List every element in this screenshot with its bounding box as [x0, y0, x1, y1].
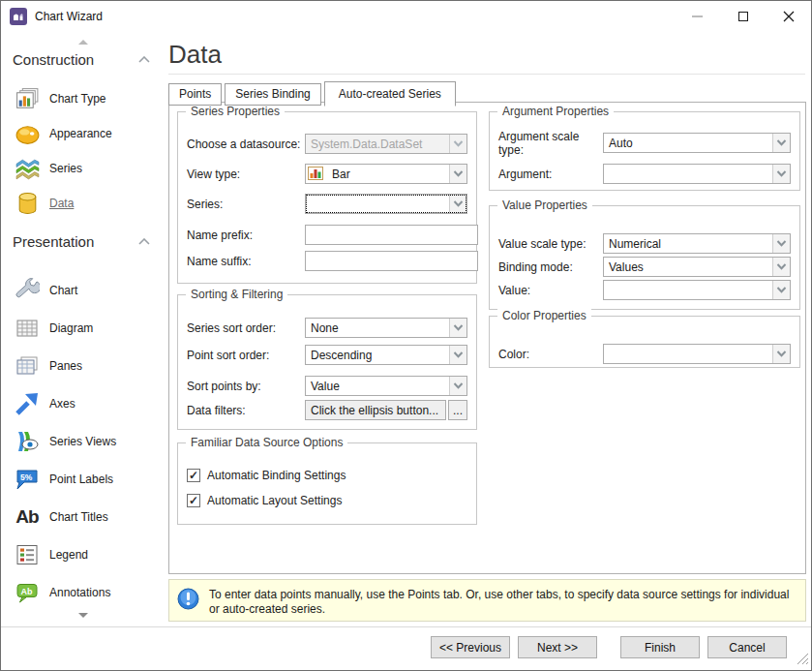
sidebar-item-chart-type[interactable]: Chart Type — [1, 81, 165, 116]
tab-points[interactable]: Points — [168, 83, 222, 106]
sidebar-item-legend[interactable]: Legend — [1, 535, 165, 573]
sort-points-by-label: Sort points by: — [187, 380, 305, 393]
window-title: Chart Wizard — [35, 10, 103, 23]
appearance-icon — [14, 120, 41, 147]
next-button[interactable]: Next >> — [518, 636, 597, 658]
axes-icon — [14, 390, 41, 417]
dropdown-arrow-icon[interactable] — [449, 165, 466, 183]
data-filters-label: Data filters: — [187, 404, 305, 417]
automatic-layout-settings-checkbox[interactable]: ✓ Automatic Layout Settings — [187, 493, 467, 508]
dropdown-arrow-icon[interactable] — [772, 345, 790, 363]
argument-combo[interactable] — [603, 164, 791, 184]
annotations-icon: Ab — [14, 579, 41, 606]
sidebar-item-point-labels[interactable]: 5% Point Labels — [1, 460, 165, 498]
group-argument-properties: Argument Properties Argument scale type:… — [489, 111, 800, 191]
series-combo[interactable] — [305, 194, 467, 214]
close-icon — [783, 11, 795, 22]
ellipsis-button[interactable]: ... — [448, 400, 467, 420]
sidebar-item-appearance[interactable]: Appearance — [1, 116, 165, 151]
value-combo[interactable] — [603, 280, 791, 300]
dropdown-arrow-icon[interactable] — [449, 195, 466, 213]
dropdown-arrow-icon[interactable] — [449, 135, 466, 153]
sidebar-item-chart[interactable]: Chart — [1, 271, 165, 309]
name-suffix-input[interactable] — [305, 251, 478, 271]
series-sort-order-combo[interactable]: None — [305, 318, 467, 338]
dropdown-arrow-icon[interactable] — [772, 258, 790, 276]
section-header-presentation[interactable]: Presentation — [1, 232, 165, 250]
point-labels-icon: 5% — [14, 466, 41, 493]
automatic-binding-settings-checkbox[interactable]: ✓ Automatic Binding Settings — [187, 468, 467, 483]
sidebar-item-data[interactable]: Data — [1, 186, 165, 221]
chart-type-icon — [14, 85, 41, 112]
maximize-icon — [738, 12, 748, 21]
wrench-icon — [14, 277, 41, 304]
binding-mode-combo[interactable]: Values — [603, 257, 791, 277]
sidebar-item-annotations[interactable]: Ab Annotations — [1, 573, 165, 611]
dropdown-arrow-icon[interactable] — [772, 134, 790, 152]
bar-chart-icon — [308, 167, 327, 182]
footer: << Previous Next >> Finish Cancel — [1, 636, 811, 658]
point-sort-order-combo[interactable]: Descending — [305, 345, 467, 365]
group-sorting-filtering: Sorting & Filtering Series sort order: N… — [177, 294, 477, 430]
close-button[interactable] — [766, 1, 811, 32]
dropdown-arrow-icon[interactable] — [449, 319, 466, 337]
series-views-icon — [14, 428, 41, 455]
minimize-button[interactable] — [675, 1, 720, 32]
diagram-icon — [14, 315, 41, 342]
cancel-button[interactable]: Cancel — [707, 636, 787, 658]
dropdown-arrow-icon[interactable] — [772, 165, 790, 183]
value-label: Value: — [498, 284, 603, 297]
chevron-up-icon[interactable] — [138, 56, 150, 63]
info-bar: To enter data points manually, use the P… — [168, 579, 806, 622]
sidebar-item-series-views[interactable]: Series Views — [1, 422, 165, 460]
argument-scale-type-combo[interactable]: Auto — [603, 133, 791, 153]
tab-strip: Points Series Binding Auto-created Serie… — [168, 81, 459, 106]
svg-text:5%: 5% — [20, 472, 33, 481]
dropdown-arrow-icon[interactable] — [772, 234, 790, 253]
tab-series-binding[interactable]: Series Binding — [225, 83, 320, 106]
sidebar-item-diagram[interactable]: Diagram — [1, 309, 165, 347]
sidebar-item-panes[interactable]: Panes — [1, 347, 165, 384]
tab-page-auto-created-series: Series Properties Choose a datasource: S… — [168, 102, 806, 574]
view-type-combo[interactable]: Bar — [305, 164, 467, 184]
data-filters-field[interactable]: Click the ellipsis button... — [305, 400, 446, 420]
chart-titles-icon: Ab — [14, 503, 41, 531]
resize-grip[interactable] — [797, 653, 809, 668]
window-controls — [675, 1, 811, 32]
section-header-construction[interactable]: Construction — [1, 50, 165, 68]
group-value-properties: Value Properties Value scale type: Numer… — [489, 205, 800, 310]
wizard-sidebar: Construction Chart Type Appearance Serie… — [1, 32, 165, 625]
scroll-up-icon[interactable] — [78, 40, 88, 45]
svg-text:Ab: Ab — [21, 586, 33, 595]
sidebar-item-chart-titles[interactable]: Ab Chart Titles — [1, 498, 165, 535]
titlebar: Chart Wizard — [1, 1, 811, 32]
maximize-button[interactable] — [720, 1, 766, 32]
name-suffix-label: Name suffix: — [187, 255, 305, 268]
series-sort-order-label: Series sort order: — [187, 321, 305, 335]
footer-divider — [1, 626, 811, 627]
checkbox-checked-icon[interactable]: ✓ — [187, 494, 200, 507]
tab-auto-created-series[interactable]: Auto-created Series — [324, 81, 456, 107]
previous-button[interactable]: << Previous — [431, 636, 510, 658]
datasource-combo[interactable]: System.Data.DataSet — [305, 134, 467, 154]
sidebar-item-axes[interactable]: Axes — [1, 384, 165, 422]
value-scale-type-combo[interactable]: Numerical — [603, 233, 791, 254]
dropdown-arrow-icon[interactable] — [449, 346, 466, 364]
group-series-properties: Series Properties Choose a datasource: S… — [177, 111, 477, 284]
binding-mode-label: Binding mode: — [498, 260, 603, 274]
finish-button[interactable]: Finish — [620, 636, 700, 658]
color-combo[interactable] — [603, 344, 791, 364]
wizard-page: Data Points Series Binding Auto-created … — [165, 32, 811, 670]
series-label: Series: — [187, 198, 305, 211]
checkbox-checked-icon[interactable]: ✓ — [187, 469, 200, 482]
name-prefix-input[interactable] — [305, 225, 478, 245]
scroll-down-icon[interactable] — [78, 613, 88, 618]
argument-label: Argument: — [498, 168, 603, 181]
dropdown-arrow-icon[interactable] — [772, 281, 790, 299]
sort-points-by-combo[interactable]: Value — [305, 376, 467, 396]
dropdown-arrow-icon[interactable] — [449, 377, 466, 395]
sidebar-item-series[interactable]: Series — [1, 151, 165, 186]
chevron-up-icon[interactable] — [138, 238, 150, 245]
minimize-icon — [692, 15, 703, 17]
panes-icon — [14, 352, 41, 380]
